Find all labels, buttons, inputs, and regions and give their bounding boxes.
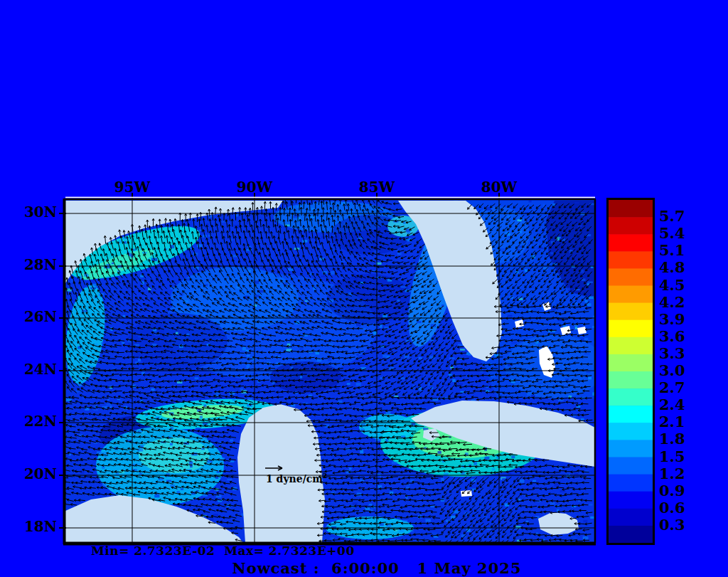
colorbar-band (609, 200, 653, 218)
colorbar-band (609, 406, 653, 423)
colorbar-band (609, 268, 653, 286)
colorbar (608, 199, 654, 544)
x-axis-tick-label: 95W (114, 180, 150, 194)
y-axis-tick-label: 22N (21, 414, 57, 428)
colorbar-value-label: 4.5 (659, 277, 685, 292)
colorbar-band (609, 337, 653, 355)
colorbar-value-label: 3.3 (659, 346, 685, 361)
y-axis-tick-label: 20N (21, 467, 57, 481)
colorbar-band (609, 371, 653, 389)
colorbar-band (609, 234, 653, 252)
timestamp-caption: Nowcast : 6:00:00 1 May 2025 (232, 561, 521, 576)
frame-top-highlight (65, 197, 595, 198)
plot-canvas: 95W90W85W80W 30N28N26N24N22N20N18N 5.75.… (0, 0, 728, 577)
colorbar-band (609, 320, 653, 338)
colorbar-band (609, 303, 653, 321)
colorbar-band (609, 217, 653, 235)
colorbar-value-label: 2.7 (659, 380, 685, 395)
colorbar-value-label: 4.8 (659, 260, 685, 275)
y-axis-tick-label: 28N (21, 258, 57, 272)
colorbar-band (609, 492, 653, 509)
x-axis-tick-label: 80W (481, 180, 517, 194)
colorbar-value-label: 1.5 (659, 449, 685, 464)
y-axis-tick-label: 30N (21, 205, 57, 219)
colorbar-value-label: 4.2 (659, 295, 685, 309)
y-axis-tick-label: 18N (21, 519, 57, 534)
colorbar-band (609, 457, 653, 475)
colorbar-value-label: 3.9 (659, 312, 685, 327)
colorbar-value-label: 5.7 (659, 208, 685, 223)
colorbar-value-label: 3.0 (659, 363, 685, 378)
colorbar-band (609, 251, 653, 269)
colorbar-value-label: 0.6 (659, 500, 685, 515)
reference-vector-label: 1 dyne/cm2 (266, 473, 327, 484)
colorbar-value-label: 2.1 (659, 414, 685, 429)
reference-vector-text: 1 dyne/cm (266, 473, 323, 485)
colorbar-value-label: 0.9 (659, 483, 685, 498)
colorbar-band (609, 423, 653, 440)
x-axis-tick-label: 90W (237, 180, 272, 194)
colorbar-band (609, 440, 653, 457)
colorbar-value-label: 1.2 (659, 466, 685, 481)
colorbar-value-label: 2.4 (659, 397, 685, 412)
colorbar-value-label: 0.3 (659, 517, 685, 532)
y-axis-tick-label: 26N (21, 309, 57, 324)
y-axis-tick-label: 24N (21, 362, 57, 376)
colorbar-value-label: 5.4 (659, 226, 685, 240)
colorbar-band (609, 526, 653, 544)
colorbar-band (609, 509, 653, 526)
colorbar-value-label: 5.1 (659, 243, 685, 258)
colorbar-band (609, 388, 653, 406)
colorbar-band (609, 475, 653, 492)
colorbar-value-label: 3.6 (659, 329, 685, 344)
colorbar-band (609, 286, 653, 304)
reference-vector-exponent: 2 (323, 472, 327, 480)
vector-map-plot (0, 0, 728, 577)
colorbar-band (609, 354, 653, 372)
x-axis-tick-label: 85W (359, 180, 395, 194)
min-max-stats: Min= 2.7323E-02 Max= 2.7323E+00 (91, 545, 355, 557)
colorbar-value-label: 1.8 (659, 431, 685, 446)
